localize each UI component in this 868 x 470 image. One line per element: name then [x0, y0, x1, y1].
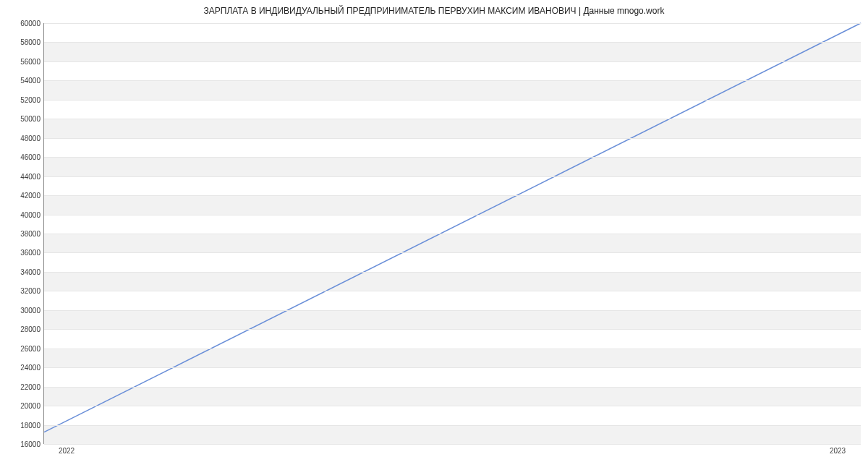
y-tick-label: 48000 — [4, 134, 41, 142]
plot-area — [43, 23, 861, 444]
gridline — [44, 329, 861, 330]
y-tick-label: 18000 — [4, 421, 41, 429]
y-tick-label: 16000 — [4, 440, 41, 448]
y-tick-label: 22000 — [4, 383, 41, 390]
gridline — [44, 387, 861, 388]
gridline — [44, 61, 861, 62]
gridline — [44, 406, 861, 406]
gridline — [44, 310, 861, 311]
y-tick-label: 46000 — [4, 153, 41, 161]
y-tick-label: 38000 — [4, 230, 41, 238]
gridline — [44, 138, 861, 139]
y-tick-label: 32000 — [4, 287, 41, 295]
gridline — [44, 119, 861, 119]
gridline — [44, 234, 861, 234]
y-tick-label: 42000 — [4, 192, 41, 200]
y-tick-label: 28000 — [4, 325, 41, 333]
y-tick-label: 54000 — [4, 77, 41, 85]
gridline — [44, 42, 861, 43]
y-tick-label: 20000 — [4, 402, 41, 410]
gridline — [44, 425, 861, 426]
gridline — [44, 272, 861, 273]
gridline — [44, 349, 861, 349]
y-tick-label: 44000 — [4, 172, 41, 180]
y-tick-label: 58000 — [4, 38, 41, 46]
y-tick-label: 24000 — [4, 364, 41, 372]
gridline — [44, 444, 861, 445]
series-line — [44, 23, 861, 432]
gridline — [44, 291, 861, 291]
x-tick-label: 2022 — [59, 447, 75, 455]
gridline — [44, 23, 861, 24]
x-tick-label: 2023 — [830, 447, 846, 455]
gridline — [44, 252, 861, 253]
y-tick-label: 50000 — [4, 115, 41, 123]
gridline — [44, 100, 861, 101]
y-tick-label: 26000 — [4, 344, 41, 352]
gridline — [44, 157, 861, 158]
gridline — [44, 195, 861, 196]
y-tick-label: 30000 — [4, 306, 41, 314]
gridline — [44, 215, 861, 215]
gridline — [44, 80, 861, 81]
gridline — [44, 176, 861, 177]
y-tick-label: 40000 — [4, 210, 41, 218]
y-tick-label: 60000 — [4, 20, 41, 27]
y-tick-label: 56000 — [4, 57, 41, 65]
y-tick-label: 36000 — [4, 249, 41, 257]
y-tick-label: 34000 — [4, 268, 41, 275]
gridline — [44, 367, 861, 368]
chart-title: ЗАРПЛАТА В ИНДИВИДУАЛЬНЫЙ ПРЕДПРИНИМАТЕЛ… — [0, 6, 868, 16]
y-tick-label: 52000 — [4, 95, 41, 103]
